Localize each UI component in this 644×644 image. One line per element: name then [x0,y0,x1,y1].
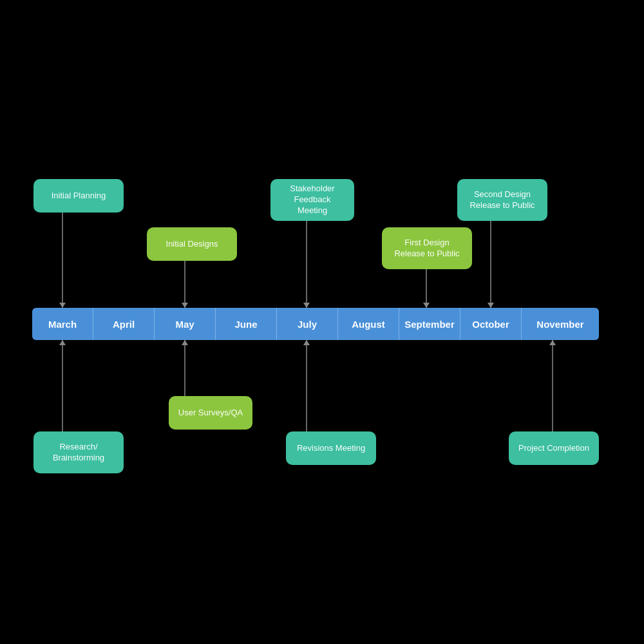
research-brainstorming-box: Research/ Brainstorming [33,431,124,473]
svg-marker-11 [59,340,66,345]
month-october: October [460,308,522,340]
month-april: April [93,308,155,340]
month-september: September [399,308,460,340]
svg-marker-15 [303,340,310,345]
svg-marker-5 [303,303,310,308]
svg-marker-17 [549,340,556,345]
svg-marker-3 [182,303,188,308]
svg-marker-9 [488,303,494,308]
user-surveys-box: User Surveys/QA [169,396,252,430]
first-design-release-box: First Design Release to Public [382,227,472,269]
stakeholder-feedback-box: Stakeholder Feedback Meeting [270,179,354,221]
month-march: March [32,308,93,340]
second-design-release-box: Second Design Release to Public [457,179,547,221]
project-completion-box: Project Completion [509,431,599,465]
month-may: May [155,308,216,340]
month-june: June [216,308,277,340]
initial-planning-box: Initial Planning [33,179,124,213]
initial-designs-box: Initial Designs [147,227,237,261]
month-july: July [277,308,338,340]
svg-marker-13 [182,340,188,345]
svg-marker-7 [423,303,430,308]
month-november: November [522,308,599,340]
svg-marker-1 [59,303,66,308]
month-august: August [338,308,399,340]
revisions-meeting-box: Revisions Meeting [286,431,376,465]
